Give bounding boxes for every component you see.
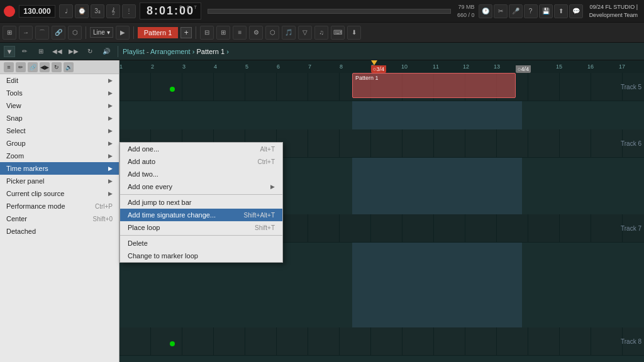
menu-item-label: Time markers bbox=[6, 165, 48, 172]
main-content: ≡ ✏ 🔗 ◀▶ ↻ 🔊 Edit▶Tools▶View▶Snap▶Select… bbox=[0, 60, 644, 362]
midi-icon[interactable]: ⌨ bbox=[331, 26, 345, 40]
snap2-icon[interactable]: 🔊 bbox=[99, 45, 113, 58]
submenu-item-label: Add two... bbox=[128, 170, 158, 178]
track-label-5: Track 5 bbox=[621, 84, 641, 90]
left-menu-item-snap[interactable]: Snap▶ bbox=[0, 112, 119, 124]
ruler-16: 16 bbox=[587, 63, 594, 70]
step-icon[interactable]: 3₂ bbox=[91, 4, 104, 18]
menu-item-arrow: ▶ bbox=[108, 178, 113, 184]
v-separator bbox=[118, 46, 118, 57]
piano-icon[interactable]: 𝄞 bbox=[106, 4, 120, 18]
top-right-icons: 🕐 ✂ 🎤 ? 💾 ⬆ 💬 bbox=[479, 4, 583, 18]
submenu-item-arrow: ▶ bbox=[270, 184, 275, 190]
stamp-icon[interactable]: ⬡ bbox=[68, 26, 82, 40]
pencil-icon[interactable]: ✏ bbox=[18, 45, 31, 58]
link-icon[interactable]: 🔗 bbox=[52, 26, 65, 40]
rewind-icon[interactable]: ◀◀ bbox=[50, 45, 64, 58]
submenu-item-shortcut: Ctrl+T bbox=[258, 158, 275, 165]
playlist-toolbar: ▼ ✏ ⊞ ◀◀ ▶▶ ↻ 🔊 Playlist - Arrangement ›… bbox=[0, 43, 644, 60]
menu-toolbar-icon2[interactable]: ✏ bbox=[16, 62, 26, 72]
left-menu-item-performance-mode[interactable]: Performance modeCtrl+P bbox=[0, 200, 119, 212]
mixer-icon[interactable]: ⋮ bbox=[122, 4, 136, 18]
forward-icon[interactable]: ▶▶ bbox=[67, 45, 80, 58]
channel-icon[interactable]: 🎵 bbox=[282, 26, 296, 40]
menu-item-label: Detached bbox=[6, 228, 36, 235]
menu-toolbar-icon6[interactable]: 🔊 bbox=[64, 62, 74, 72]
ruler-8: 8 bbox=[340, 63, 343, 70]
left-menu-item-group[interactable]: Group▶ bbox=[0, 137, 119, 150]
table-row: Track 8 bbox=[119, 327, 644, 356]
left-menu-item-view[interactable]: View▶ bbox=[0, 99, 119, 112]
cursor-icon[interactable]: ⊞ bbox=[34, 45, 48, 58]
studio-info: 09/24 FL STUDIO | Development Team bbox=[587, 3, 640, 19]
line-selector[interactable]: Line ▾ bbox=[90, 27, 113, 38]
loop2-icon[interactable]: ↻ bbox=[83, 45, 97, 58]
left-menu-item-tools[interactable]: Tools▶ bbox=[0, 87, 119, 99]
ruler-17: 17 bbox=[619, 63, 625, 70]
help-icon[interactable]: ? bbox=[524, 4, 538, 18]
pattern-block[interactable]: Pattern 1 bbox=[352, 73, 516, 98]
menu-item-label: View bbox=[6, 102, 21, 109]
menu-item-label: Snap bbox=[6, 114, 23, 122]
left-menu-item-picker-panel[interactable]: Picker panel▶ bbox=[0, 175, 119, 187]
menu-dropdown-button[interactable]: ▼ bbox=[4, 46, 15, 57]
submenu-item-change-to-marker-loop[interactable]: Change to marker loop bbox=[120, 250, 282, 262]
time-markers-submenu: Add one...Alt+TAdd autoCtrl+TAdd two...A… bbox=[119, 142, 283, 263]
submenu-item-add-one-[interactable]: Add one...Alt+T bbox=[120, 143, 282, 155]
record-button[interactable] bbox=[4, 6, 15, 17]
mixer2-icon[interactable]: ≡ bbox=[233, 26, 247, 40]
time-sig-triangle bbox=[371, 60, 377, 65]
ruler-inner: 1 2 3 4 5 6 7 8 9 10 11 12 13 15 16 17 1… bbox=[119, 60, 644, 73]
pattern-dot-8 bbox=[170, 341, 175, 346]
submenu-item-add-auto[interactable]: Add autoCtrl+T bbox=[120, 155, 282, 168]
menu-toolbar-icon4[interactable]: ◀▶ bbox=[40, 62, 50, 72]
bpm-display[interactable]: 130.000 bbox=[19, 5, 55, 18]
left-menu-item-time-markers[interactable]: Time markers▶ bbox=[0, 162, 119, 175]
mic-icon[interactable]: 🎤 bbox=[509, 4, 523, 18]
left-menu-item-detached[interactable]: Detached bbox=[0, 225, 119, 238]
menu-item-arrow: ▶ bbox=[108, 140, 113, 146]
download-icon[interactable]: ⬇ bbox=[347, 26, 361, 40]
submenu-item-delete[interactable]: Delete bbox=[120, 237, 282, 250]
add-pattern-button[interactable]: + bbox=[180, 27, 192, 38]
ruler-11: 11 bbox=[433, 63, 439, 70]
left-menu-item-center[interactable]: CenterShift+0 bbox=[0, 212, 119, 225]
separator bbox=[86, 26, 86, 39]
arrow-icon[interactable]: → bbox=[19, 26, 33, 40]
submenu-item-shortcut: Alt+T bbox=[260, 146, 275, 153]
ruler-5: 5 bbox=[245, 63, 248, 70]
chat-icon[interactable]: 💬 bbox=[569, 4, 583, 18]
curve-icon[interactable]: ⌒ bbox=[35, 26, 49, 40]
left-menu-item-select[interactable]: Select▶ bbox=[0, 124, 119, 137]
progress-bar[interactable] bbox=[208, 9, 451, 14]
save-icon[interactable]: 💾 bbox=[539, 4, 553, 18]
audio-icon[interactable]: ♫ bbox=[314, 26, 328, 40]
loop-icon[interactable]: ⌚ bbox=[75, 4, 89, 18]
grid-icon[interactable]: ⊞ bbox=[3, 26, 16, 40]
submenu-item-add-time-signature-change-[interactable]: Add time signature change...Shift+Alt+T bbox=[120, 209, 282, 221]
submenu-item-add-jump-to-next-bar[interactable]: Add jump to next bar bbox=[120, 196, 282, 209]
left-menu-item-edit[interactable]: Edit▶ bbox=[0, 74, 119, 87]
pattern-button[interactable]: Pattern 1 bbox=[138, 27, 179, 38]
menu-toolbar-icon3[interactable]: 🔗 bbox=[28, 62, 38, 72]
line-arrow-icon[interactable]: ▶ bbox=[116, 26, 130, 40]
menu-item-label: Tools bbox=[6, 89, 23, 97]
track-label-8: Track 8 bbox=[621, 338, 641, 345]
eq-icon[interactable]: ⚙ bbox=[249, 26, 263, 40]
menu-toolbar-icon5[interactable]: ↻ bbox=[52, 62, 62, 72]
menu-toolbar-icon1[interactable]: ≡ bbox=[4, 62, 14, 72]
plugin-icon[interactable]: ⬡ bbox=[265, 26, 279, 40]
submenu-item-add-one-every[interactable]: Add one every▶ bbox=[120, 180, 282, 193]
clock-icon[interactable]: 🕐 bbox=[479, 4, 492, 18]
piano2-icon[interactable]: ⊞ bbox=[216, 26, 230, 40]
export-icon[interactable]: ⬆ bbox=[554, 4, 568, 18]
menu-item-arrow: ▶ bbox=[108, 153, 113, 159]
submenu-item-place-loop[interactable]: Place loopShift+T bbox=[120, 221, 282, 234]
metronome-icon[interactable]: ♩ bbox=[59, 4, 73, 18]
left-menu-item-zoom[interactable]: Zoom▶ bbox=[0, 150, 119, 162]
funnel-icon[interactable]: ▽ bbox=[298, 26, 312, 40]
seq-icon[interactable]: ⊟ bbox=[200, 26, 214, 40]
submenu-item-add-two-[interactable]: Add two... bbox=[120, 168, 282, 180]
cut-icon[interactable]: ✂ bbox=[494, 4, 508, 18]
left-menu-item-current-clip-source[interactable]: Current clip source▶ bbox=[0, 187, 119, 200]
